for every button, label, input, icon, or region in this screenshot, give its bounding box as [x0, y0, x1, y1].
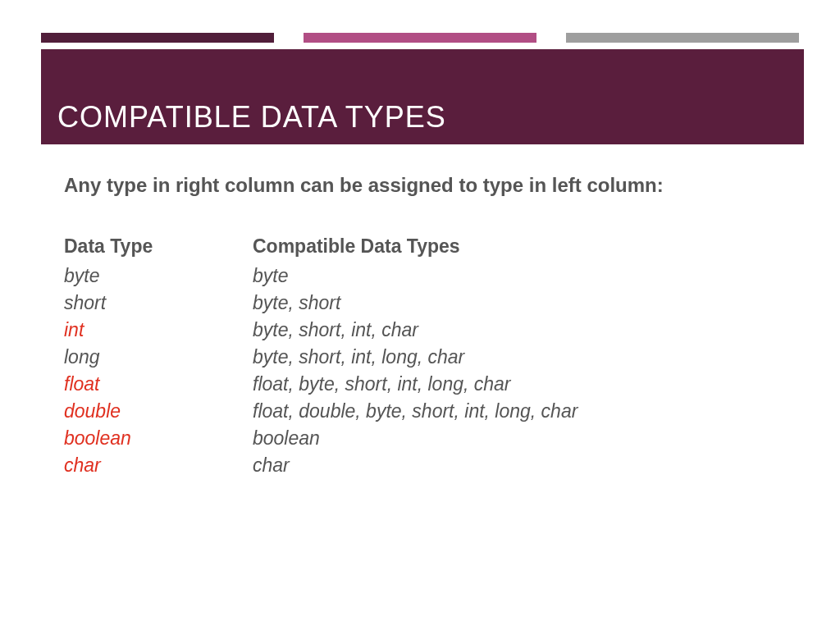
type-right: char [253, 452, 578, 479]
type-left: short [64, 290, 253, 317]
type-right: float, byte, short, int, long, char [253, 371, 578, 398]
type-right: float, double, byte, short, int, long, c… [253, 398, 578, 425]
type-left: int [64, 317, 253, 344]
header-left: Data Type [64, 233, 253, 262]
page-title: COMPATIBLE DATA TYPES [57, 100, 788, 135]
table-row: shortbyte, short [64, 290, 578, 317]
table-row: int byte, short, int, char [64, 317, 578, 344]
table-row: booleanboolean [64, 425, 578, 452]
type-left: char [64, 452, 253, 479]
intro-text: Any type in right column can be assigned… [64, 174, 799, 197]
decorative-top-bars [0, 0, 840, 43]
type-right: boolean [253, 425, 578, 452]
accent-bar-3 [566, 33, 799, 43]
header-right: Compatible Data Types [253, 233, 578, 262]
accent-bar-2 [304, 33, 536, 43]
type-left: float [64, 371, 253, 398]
type-right: byte, short [253, 290, 578, 317]
table-header-row: Data Type Compatible Data Types [64, 233, 578, 262]
table-row: doublefloat, double, byte, short, int, l… [64, 398, 578, 425]
table-row: char char [64, 452, 578, 479]
table-row: longbyte, short, int, long, char [64, 344, 578, 371]
compat-table: Data Type Compatible Data Types bytebyte… [64, 233, 578, 479]
content-area: Any type in right column can be assigned… [0, 144, 840, 479]
title-block: COMPATIBLE DATA TYPES [41, 49, 804, 144]
accent-bar-1 [41, 33, 274, 43]
type-left: double [64, 398, 253, 425]
type-right: byte, short, int, char [253, 317, 578, 344]
table-row: float float, byte, short, int, long, cha… [64, 371, 578, 398]
type-left: boolean [64, 425, 253, 452]
table-row: bytebyte [64, 262, 578, 290]
type-left: long [64, 344, 253, 371]
type-left: byte [64, 262, 253, 290]
type-right: byte [253, 262, 578, 290]
type-right: byte, short, int, long, char [253, 344, 578, 371]
